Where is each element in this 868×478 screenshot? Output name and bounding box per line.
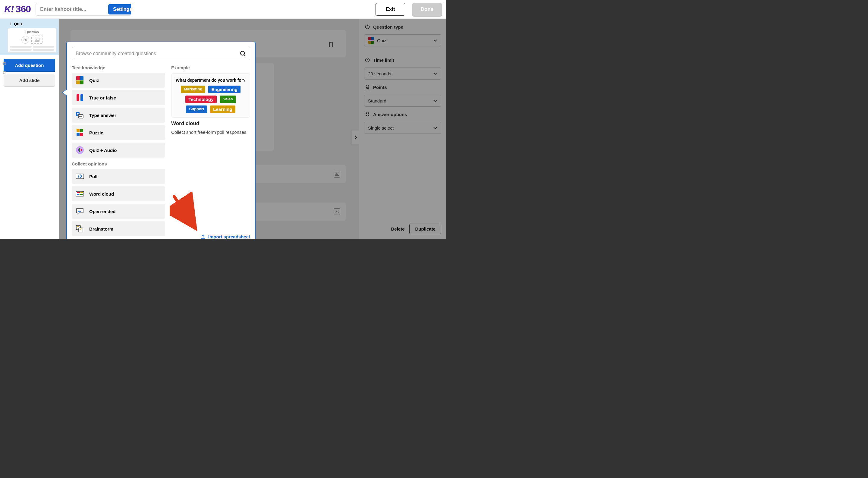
- points-select[interactable]: Standard: [364, 95, 441, 107]
- duplicate-button[interactable]: Duplicate: [409, 224, 441, 234]
- import-spreadsheet-link[interactable]: Import spreadsheet: [200, 234, 250, 239]
- svg-rect-27: [78, 149, 79, 151]
- question-type-truefalse[interactable]: True or false: [72, 90, 165, 105]
- question-type-icon: [364, 24, 371, 30]
- type-label: Quiz + Audio: [89, 148, 117, 153]
- header: K! 360 Settings Exit Done: [0, 0, 446, 19]
- example-tag: Engineering: [208, 86, 241, 93]
- section-header: Collect opinions: [72, 161, 165, 166]
- slide-time-badge: 20: [22, 36, 29, 44]
- type-label: Word cloud: [89, 191, 114, 196]
- example-question: What department do you work for?: [175, 78, 246, 83]
- example-tags: MarketingEngineeringTechnologySalesSuppo…: [175, 86, 246, 113]
- example-title: Word cloud: [171, 121, 250, 127]
- svg-rect-23: [80, 129, 83, 132]
- poll-icon: [75, 171, 85, 182]
- question-type-label: Question type: [364, 24, 441, 30]
- openended-icon: [75, 206, 85, 216]
- add-slide-button[interactable]: Add slide: [4, 74, 55, 86]
- logo-360: 360: [16, 4, 31, 15]
- type-label: Puzzle: [89, 130, 103, 135]
- question-type-brainstorm[interactable]: Brainstorm: [72, 221, 165, 236]
- delete-button[interactable]: Delete: [391, 224, 404, 234]
- example-tag: Learning: [210, 105, 235, 113]
- done-button[interactable]: Done: [412, 3, 442, 16]
- grid-icon: [364, 111, 371, 118]
- exit-button[interactable]: Exit: [375, 3, 405, 16]
- question-type-typeanswer[interactable]: TType answer: [72, 107, 165, 123]
- answer-options-select[interactable]: Single select: [364, 122, 441, 134]
- question-type-quiz[interactable]: Quiz: [72, 73, 165, 88]
- chevron-down-icon: [433, 39, 437, 42]
- settings-button[interactable]: Settings: [108, 4, 131, 14]
- search-icon[interactable]: [240, 50, 246, 57]
- points-label: Points: [364, 84, 441, 90]
- type-label: True or false: [89, 95, 116, 100]
- question-type-wordcloud[interactable]: Word cloud: [72, 186, 165, 201]
- duplicate-slide-icon[interactable]: [2, 61, 7, 66]
- example-tag: Marketing: [181, 86, 205, 93]
- slide-sidebar: 1 Quiz Question 20 Add question Add: [0, 19, 59, 239]
- collapse-sidebar-button[interactable]: [351, 130, 359, 145]
- settings-sidebar: Question type Quiz Time limit 20 seconds: [359, 19, 446, 239]
- search-input[interactable]: [76, 51, 240, 56]
- svg-point-12: [368, 113, 370, 114]
- svg-rect-1: [3, 62, 5, 64]
- question-type-openended[interactable]: Open-ended: [72, 204, 165, 219]
- time-limit-select[interactable]: 20 seconds: [364, 67, 441, 79]
- type-label: Open-ended: [89, 209, 116, 214]
- question-type-modal: Test knowledgeQuizTrue or falseTType ans…: [66, 41, 255, 239]
- logo: K! 360: [4, 4, 31, 15]
- image-icon[interactable]: [334, 208, 340, 215]
- svg-rect-16: [76, 94, 79, 101]
- example-header: Example: [171, 65, 250, 70]
- chevron-down-icon: [433, 126, 437, 129]
- kahoot-title-input[interactable]: [36, 6, 108, 12]
- typeanswer-icon: T: [75, 110, 85, 120]
- svg-rect-25: [80, 133, 83, 136]
- example-column: Example What department do you work for?…: [171, 64, 250, 239]
- search-container: [72, 47, 250, 60]
- image-icon[interactable]: [334, 171, 340, 178]
- svg-point-15: [241, 51, 244, 55]
- svg-point-11: [366, 113, 367, 114]
- type-label: Type answer: [89, 113, 116, 118]
- svg-rect-29: [81, 149, 82, 151]
- svg-rect-24: [76, 133, 80, 136]
- question-type-select[interactable]: Quiz: [364, 34, 441, 46]
- quiz-icon: [368, 37, 374, 44]
- svg-rect-33: [77, 192, 80, 193]
- type-label: Poll: [89, 174, 98, 179]
- question-type-puzzle[interactable]: Puzzle: [72, 125, 165, 140]
- svg-rect-35: [77, 194, 79, 195]
- add-question-button[interactable]: Add question: [4, 59, 55, 71]
- svg-rect-17: [81, 94, 83, 101]
- example-tag: Technology: [185, 96, 216, 103]
- award-icon: [364, 84, 371, 90]
- example-tag: Support: [186, 105, 207, 113]
- example-desc: Collect short free-form poll responses.: [171, 130, 250, 135]
- delete-slide-icon[interactable]: [2, 70, 7, 75]
- brainstorm-icon: [75, 224, 85, 234]
- upload-icon: [200, 234, 206, 239]
- answer-options-label: Answer options: [364, 111, 441, 118]
- example-tag: Sales: [220, 96, 236, 103]
- puzzle-icon: [75, 127, 85, 138]
- svg-rect-40: [79, 228, 83, 232]
- chevron-down-icon: [433, 72, 437, 75]
- svg-rect-0: [4, 63, 6, 65]
- svg-point-13: [366, 115, 367, 116]
- time-limit-label: Time limit: [364, 57, 441, 63]
- slide-thumb-title: Question: [10, 30, 54, 34]
- image-placeholder-icon: [31, 36, 43, 44]
- question-type-quizaudio[interactable]: Quiz + Audio: [72, 142, 165, 158]
- question-type-poll[interactable]: Poll: [72, 169, 165, 184]
- wordcloud-icon: [75, 189, 85, 199]
- example-card: What department do you work for? Marketi…: [171, 73, 250, 118]
- slide-thumbnail[interactable]: Question 20: [8, 28, 56, 53]
- title-container: Settings: [36, 3, 131, 16]
- clock-icon: [364, 57, 371, 63]
- svg-rect-34: [81, 192, 83, 193]
- truefalse-icon: [75, 93, 85, 103]
- section-header: Test knowledge: [72, 65, 165, 70]
